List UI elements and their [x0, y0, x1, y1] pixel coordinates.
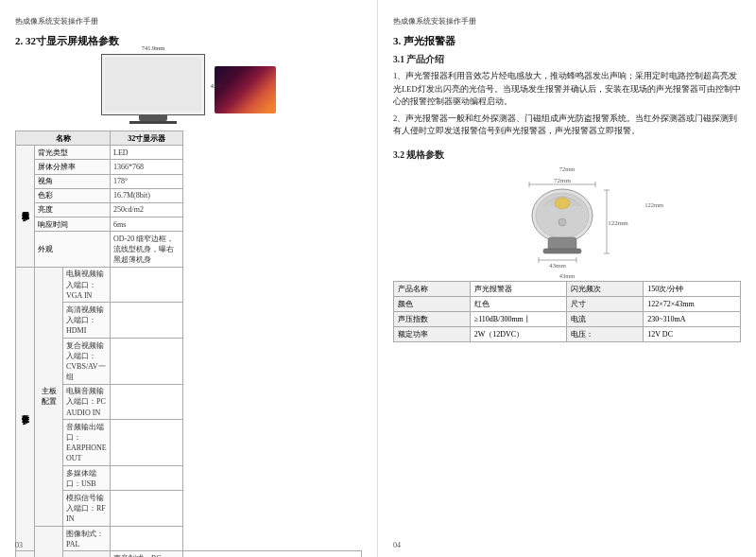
svg-text:72mm: 72mm: [554, 177, 571, 184]
val-usb: [111, 466, 183, 491]
spec-row-response: 响应时间 6ms: [16, 218, 362, 232]
alarm-val-power: 2W（12DVC）: [470, 326, 567, 341]
val-sound-system: [183, 551, 362, 557]
subcat-tv2: [63, 551, 111, 557]
alarm-label-size: 尺寸: [567, 296, 644, 311]
right-section-title: 3. 声光报警器: [393, 34, 741, 48]
alarm-width-label: 72mm: [559, 165, 576, 172]
subcat-mainboard: 主板配置: [35, 267, 63, 526]
spec-row-usb: 多媒体端口：USB: [16, 466, 362, 491]
label-rf: 模拟信号输入端口：RF IN: [63, 491, 111, 527]
intro-line-2: 2、声光报警器一般和红外探测器、门磁组成声光防盗报警系统。当红外探测器或门磁探测…: [393, 113, 741, 138]
spec-row-earphone: 音频输出端口：EARPHONE OUT: [16, 420, 362, 466]
monitor-diagram: 741.9mm 43.5: [101, 54, 205, 125]
alarm-val-color: 红色: [470, 296, 567, 311]
alarm-val-voltage: 12V DC: [644, 326, 741, 341]
val-rf: [111, 491, 183, 527]
label-earphone: 音频输出端口：EARPHONE OUT: [63, 420, 111, 466]
right-page: 热成像系统安装操作手册 3. 声光报警器 3.1 产品介绍 1、声光警报器利用音…: [378, 0, 756, 557]
display-diagram: 741.9mm 43.5: [15, 54, 362, 125]
alarm-label-power: 额定功率: [394, 326, 471, 341]
label-hdmi: 高清视频输入端口：HDMI: [63, 303, 111, 339]
left-header-title: 热成像系统安装操作手册: [15, 17, 98, 26]
label-usb: 多媒体端口：USB: [63, 466, 111, 491]
cat-display: 显示屏参数: [16, 146, 35, 268]
alarm-val-name: 声光报警器: [470, 281, 567, 296]
right-sub1-title: 3.1 产品介绍: [393, 54, 741, 66]
monitor-screen: [105, 58, 201, 112]
alarm-val-size: 122×72×43mm: [644, 296, 741, 311]
label-angle: 视角: [35, 174, 111, 188]
spec-row-color: 色彩 16.7M(8bit): [16, 188, 362, 202]
cat-hardware: 硬件参数: [16, 267, 35, 551]
right-header: 热成像系统安装操作手册: [393, 17, 741, 26]
svg-rect-16: [543, 249, 581, 253]
spec-header-row: 名称 32寸显示器: [16, 131, 362, 146]
alarm-diagram-container: 72mm 122mm 43mm 72mm 122mm 43mm: [491, 173, 643, 268]
label-backlight: 背光类型: [35, 146, 111, 160]
val-angle: 178°: [111, 174, 183, 188]
val-color: 16.7M(8bit): [111, 188, 183, 202]
spec-row-cvbs: 复合视频输入端口：CVBS/AV一组: [16, 339, 362, 385]
alarm-label-name: 产品名称: [394, 281, 471, 296]
val-appearance: OD-20 细窄边框，流线型机身，曝右黑超薄机身: [111, 232, 183, 268]
left-page: 热成像系统安装操作手册 2. 32寸显示屏规格参数 741.9mm 43.5 名…: [0, 0, 378, 557]
label-resolution: 屏体分辨率: [35, 160, 111, 174]
monitor-base: [129, 121, 177, 124]
alarm-diagram: 72mm 122mm 43mm 72mm 122mm 43mm: [393, 173, 741, 268]
alarm-spec-row-3: 声压指数 ≥110dB/300mm丨 电流 230~310mA: [394, 311, 741, 326]
label-brightness: 亮度: [35, 202, 111, 217]
label-cvbs: 复合视频输入端口：CVBS/AV一组: [63, 339, 111, 385]
intro-line-1: 1、声光警报器利用音效芯片经电感放大，推动蜂鸣器发出声响；采用定时电路控制超高亮…: [393, 70, 741, 109]
spec-row-angle: 视角 178°: [16, 174, 362, 188]
spec-row-rf: 模拟信号输入端口：RF IN: [16, 491, 362, 527]
val-backlight: LED: [111, 146, 183, 160]
svg-text:43mm: 43mm: [549, 262, 566, 268]
spec-row-backlight: 显示屏参数 背光类型 LED: [16, 146, 362, 160]
val-pcaudio: [111, 384, 183, 420]
product-intro: 1、声光警报器利用音效芯片经电感放大，推动蜂鸣器发出声响；采用定时电路控制超高亮…: [393, 70, 741, 142]
alarm-spec-row-4: 额定功率 2W（12DVC） 电压： 12V DC: [394, 326, 741, 341]
label-color: 色彩: [35, 188, 111, 202]
monitor-frame: 43.5: [101, 54, 205, 115]
spec-row-pcaudio: 电脑音频输入端口：PC AUDIO IN: [16, 384, 362, 420]
cat-features: [16, 551, 35, 557]
label-vga: 电脑视频输入端口：VGA IN: [63, 267, 111, 303]
right-sub2-title: 3.2 规格参数: [393, 149, 741, 162]
alarm-label-current: 电流: [567, 311, 644, 326]
label-response: 响应时间: [35, 218, 111, 232]
spec-row-brightness: 亮度 250cd/m2: [16, 202, 362, 217]
monitor-width-label: 741.9mm: [142, 44, 165, 51]
spec-row-sound-system: 声音制式：BG、DK、I、MN: [16, 551, 362, 557]
left-footer: 03: [15, 541, 362, 549]
alarm-height-label: 122mm: [644, 201, 663, 208]
spec-row-resolution: 屏体分辨率 1366*768: [16, 160, 362, 174]
spec-header-value: 32寸显示器: [111, 131, 183, 146]
svg-point-14: [555, 198, 570, 209]
svg-point-17: [558, 218, 566, 226]
spec-row-hdmi: 高清视频输入端口：HDMI: [16, 303, 362, 339]
val-vga: [111, 267, 183, 303]
alarm-spec-table: 产品名称 声光报警器 闪光频次 150次/分钟 颜色 红色 尺寸 122×72×…: [393, 281, 741, 342]
right-page-number: 04: [393, 541, 401, 549]
spec-row-appearance: 外观 OD-20 细窄边框，流线型机身，曝右黑超薄机身: [16, 232, 362, 268]
alarm-spec-row-2: 颜色 红色 尺寸 122×72×43mm: [394, 296, 741, 311]
label-pcaudio: 电脑音频输入端口：PC AUDIO IN: [63, 384, 111, 420]
alarm-label-freq: 闪光频次: [567, 281, 644, 296]
monitor-height-label: 43.5: [211, 81, 221, 88]
alarm-val-freq: 150次/分钟: [644, 281, 741, 296]
spec-header-name: 名称: [16, 131, 111, 146]
val-earphone: [111, 420, 183, 466]
val-hdmi: [111, 303, 183, 339]
svg-text:122mm: 122mm: [608, 219, 628, 227]
label-appearance: 外观: [35, 232, 111, 268]
monitor-photo: [215, 66, 276, 113]
val-cvbs: [111, 339, 183, 385]
alarm-label-voltage: 电压：: [567, 326, 644, 341]
val-brightness: 250cd/m2: [111, 202, 183, 217]
right-footer: 04: [393, 541, 741, 549]
left-page-number: 03: [15, 541, 23, 549]
left-section-title: 2. 32寸显示屏规格参数: [15, 34, 362, 48]
val-resolution: 1366*768: [111, 160, 183, 174]
spec-row-vga: 硬件参数 主板配置 电脑视频输入端口：VGA IN: [16, 267, 362, 303]
